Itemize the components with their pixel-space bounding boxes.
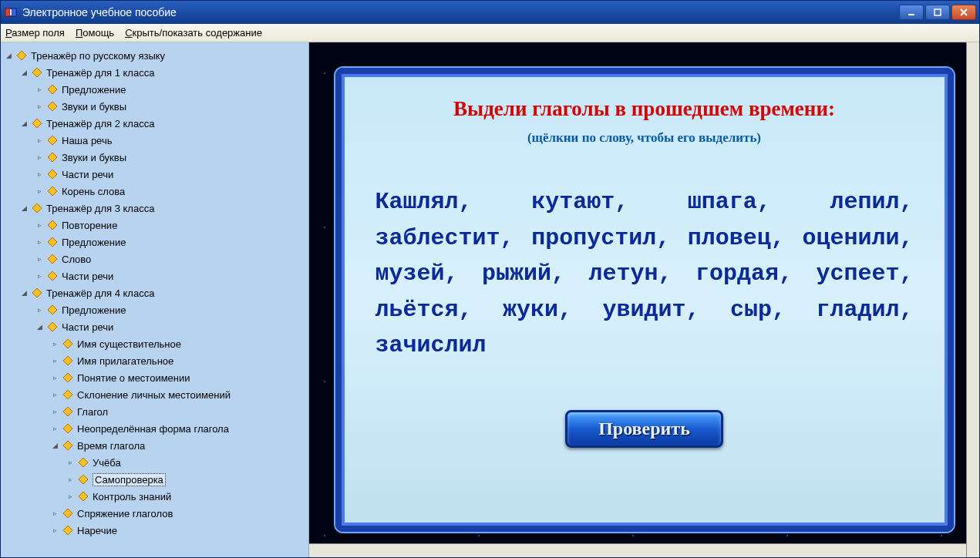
tree-item[interactable]: ▹Имя прилагательное <box>50 352 305 369</box>
tree-item[interactable]: ◢Тренажёр для 1 класса <box>19 64 305 81</box>
tree-item[interactable]: ◢Тренажёр для 3 класса <box>19 200 305 217</box>
tree-expander-icon[interactable]: ◢ <box>19 68 29 77</box>
tree-item[interactable]: ▹Корень слова <box>35 183 305 200</box>
tree-panel[interactable]: ◢Тренажёр по русскому языку◢Тренажёр для… <box>1 42 309 557</box>
tree-expander-icon[interactable]: ▹ <box>35 85 44 94</box>
lesson-word[interactable]: пловец, <box>688 225 785 251</box>
lesson-title: Выдели глаголы в прошедшем времени: <box>453 97 835 121</box>
lesson-word[interactable]: оценили, <box>802 225 913 251</box>
tree-expander-icon[interactable]: ▹ <box>50 526 59 535</box>
tree-expander-icon[interactable]: ▹ <box>66 492 75 501</box>
tree-item[interactable]: ▹Предложение <box>35 81 305 98</box>
tree-expander-icon[interactable]: ▹ <box>66 458 75 467</box>
tree-expander-icon[interactable]: ▹ <box>50 509 59 518</box>
lesson-word[interactable]: Кашлял, <box>375 189 473 215</box>
tree-item[interactable]: ▹Склонение личных местоимений <box>50 386 305 403</box>
svg-marker-33 <box>63 526 72 535</box>
lesson-word[interactable]: шпага, <box>688 189 771 215</box>
lesson-word[interactable]: гордая, <box>695 261 793 287</box>
tree-expander-icon[interactable]: ▹ <box>50 407 59 416</box>
tree-item[interactable]: ▹Наречие <box>50 522 305 539</box>
tree-item[interactable]: ◢Тренажёр для 4 класса <box>19 284 305 301</box>
tree-item[interactable]: ▹Понятие о местоимении <box>50 369 305 386</box>
window-title: Электронное учебное пособие <box>22 6 899 18</box>
menu-help[interactable]: Помощь <box>76 27 114 39</box>
tree-expander-icon[interactable]: ◢ <box>19 288 29 297</box>
tree-item[interactable]: ▹Повторение <box>35 217 305 234</box>
menu-toggle-contents[interactable]: Скрыть/показать содержание <box>125 27 262 39</box>
tree-item-label: Спряжение глаголов <box>77 508 173 519</box>
lesson-word[interactable]: лепил, <box>830 189 913 215</box>
diamond-icon <box>46 152 59 163</box>
diamond-icon <box>46 101 59 112</box>
lesson-word[interactable]: жуки, <box>503 297 572 323</box>
tree-expander-icon[interactable]: ▹ <box>50 373 59 382</box>
lesson-word[interactable]: кутают, <box>531 189 628 215</box>
tree-item[interactable]: ▹Учёба <box>66 454 305 471</box>
tree-item[interactable]: ▹Глагол <box>50 403 305 420</box>
tree-item-label: Понятие о местоимении <box>77 372 190 384</box>
lesson-word[interactable]: заблестит, <box>375 225 514 251</box>
tree-expander-icon[interactable]: ▹ <box>50 424 59 433</box>
lesson-word[interactable]: рыжий, <box>482 261 565 287</box>
tree-item[interactable]: ◢Тренажёр для 2 класса <box>19 115 305 132</box>
tree-item[interactable]: ▹Части речи <box>35 267 305 284</box>
lesson-word[interactable]: льётся, <box>375 297 473 323</box>
lesson-frame: Выдели глаголы в прошедшем времени: (щёл… <box>335 68 954 532</box>
tree-expander-icon[interactable]: ▹ <box>50 356 59 365</box>
tree-item[interactable]: ▹Неопределённая форма глагола <box>50 420 305 437</box>
lesson-word[interactable]: летун, <box>588 261 672 287</box>
menu-field-size[interactable]: Размер поля <box>5 27 65 39</box>
tree-item[interactable]: ▹Звуки и буквы <box>35 149 305 166</box>
close-button[interactable] <box>951 5 976 20</box>
tree-item[interactable]: ▹Самопроверка <box>66 471 305 488</box>
tree-expander-icon[interactable]: ▹ <box>35 254 44 264</box>
tree-expander-icon[interactable]: ▹ <box>35 136 44 145</box>
tree-expander-icon[interactable]: ▹ <box>50 390 59 399</box>
tree-expander-icon[interactable]: ▹ <box>35 102 44 111</box>
tree-item[interactable]: ▹Контроль знаний <box>66 488 305 505</box>
tree-item[interactable]: ◢Тренажёр по русскому языку <box>4 47 305 64</box>
tree-expander-icon[interactable]: ▹ <box>35 153 44 162</box>
lesson-word[interactable]: увидит, <box>602 297 699 323</box>
tree-expander-icon[interactable]: ◢ <box>4 51 13 60</box>
tree-item[interactable]: ▹Слово <box>35 250 305 267</box>
tree-item[interactable]: ▹Предложение <box>35 234 305 250</box>
lesson-word[interactable]: успеет, <box>816 261 913 287</box>
lesson-word[interactable]: пропустил, <box>531 225 670 251</box>
svg-marker-28 <box>63 441 72 450</box>
tree-item-label: Наша речь <box>62 135 112 146</box>
tree-expander-icon[interactable]: ▹ <box>35 305 44 314</box>
lesson-word[interactable]: музей, <box>375 261 459 287</box>
tree-expander-icon[interactable]: ▹ <box>35 237 44 247</box>
tree-item[interactable]: ▹Спряжение глаголов <box>50 505 305 522</box>
tree-item[interactable]: ▹Имя существительное <box>50 335 305 352</box>
svg-marker-18 <box>48 271 57 281</box>
lesson-word[interactable]: зачислил <box>375 332 487 358</box>
tree-expander-icon[interactable]: ◢ <box>19 119 29 128</box>
diamond-icon <box>46 186 59 197</box>
tree-expander-icon[interactable]: ▹ <box>35 187 44 196</box>
vertical-scrollbar[interactable] <box>966 42 979 557</box>
minimize-button[interactable] <box>899 5 924 20</box>
tree-expander-icon[interactable]: ◢ <box>50 441 59 450</box>
diamond-icon <box>31 203 43 213</box>
svg-marker-32 <box>63 509 72 518</box>
tree-item[interactable]: ◢Время глагола <box>50 437 305 454</box>
tree-item[interactable]: ▹Части речи <box>35 166 305 183</box>
tree-expander-icon[interactable]: ▹ <box>35 271 44 281</box>
tree-item[interactable]: ◢Части речи <box>35 318 305 335</box>
tree-item[interactable]: ▹Наша речь <box>35 132 305 149</box>
tree-expander-icon[interactable]: ◢ <box>35 322 44 331</box>
tree-expander-icon[interactable]: ▹ <box>66 475 75 484</box>
tree-item[interactable]: ▹Звуки и буквы <box>35 98 305 115</box>
lesson-word[interactable]: гладил, <box>816 297 913 323</box>
tree-expander-icon[interactable]: ▹ <box>50 339 59 348</box>
lesson-word[interactable]: сыр, <box>730 297 786 323</box>
tree-expander-icon[interactable]: ▹ <box>35 220 44 230</box>
tree-expander-icon[interactable]: ◢ <box>19 203 29 213</box>
maximize-button[interactable] <box>925 5 950 20</box>
check-button[interactable]: Проверить <box>565 410 723 448</box>
tree-expander-icon[interactable]: ▹ <box>35 170 44 179</box>
tree-item[interactable]: ▹Предложение <box>35 301 305 318</box>
